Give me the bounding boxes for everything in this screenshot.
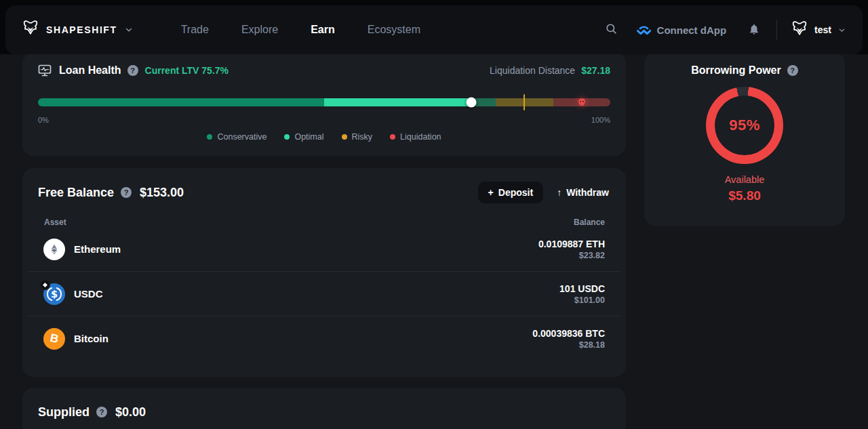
current-ltv-value: Current LTV 75.7% <box>145 65 229 76</box>
scale-max-label: 100% <box>591 116 610 124</box>
plus-icon: + <box>488 187 494 198</box>
legend-label: Risky <box>352 132 373 142</box>
free-balance-title: Free Balance <box>38 186 114 200</box>
header-strip: SHAPESHIFT Trade Explore Earn Ecosystem <box>0 0 868 54</box>
ltv-legend: Conservative Optimal Risky Liquidation <box>38 132 610 142</box>
supplied-total: $0.00 <box>115 405 146 420</box>
asset-name: Bitcoin <box>74 333 108 344</box>
asset-usd-value: $28.18 <box>532 340 605 350</box>
navbar-right: Connect dApp test <box>601 18 846 41</box>
loan-health-help-icon[interactable]: ? <box>127 65 138 76</box>
supplied-title: Supplied <box>38 405 90 420</box>
asset-balance: 0.00039836 BTC $28.18 <box>532 328 605 350</box>
brand-menu[interactable]: SHAPESHIFT <box>22 20 134 40</box>
connect-dapp-button[interactable]: Connect dApp <box>637 24 727 36</box>
arrow-up-icon: ↑ <box>557 187 561 198</box>
bell-icon <box>748 23 760 37</box>
asset-name: USDC <box>74 288 103 300</box>
optimal-dot-icon <box>284 134 290 140</box>
navbar: SHAPESHIFT Trade Explore Earn Ecosystem <box>5 5 863 54</box>
search-icon <box>605 22 618 37</box>
asset-usd-value: $101.00 <box>559 295 605 305</box>
asset-amount: 0.0109887 ETH <box>538 239 605 249</box>
deposit-button[interactable]: + Deposit <box>478 182 544 203</box>
connect-dapp-label: Connect dApp <box>657 24 727 36</box>
liquidation-distance-value: $27.18 <box>581 65 610 76</box>
brand-chevron-down-icon <box>124 25 134 35</box>
ethereum-icon <box>43 239 65 260</box>
borrowing-power-title: Borrowing Power <box>691 64 781 77</box>
navbar-divider <box>776 20 777 40</box>
nav-link-earn[interactable]: Earn <box>294 17 351 43</box>
free-balance-actions: + Deposit ↑ Withdraw <box>478 182 610 203</box>
free-balance-total: $153.00 <box>140 186 184 200</box>
loan-health-card: Loan Health ? Current LTV 75.7% Liquidat… <box>22 53 626 156</box>
ethereum-network-badge-icon <box>40 280 50 290</box>
supplied-help-icon[interactable]: ? <box>96 407 107 417</box>
legend-label: Liquidation <box>400 132 441 142</box>
ltv-slider[interactable] <box>38 98 610 106</box>
asset-usd-value: $23.82 <box>538 251 605 260</box>
free-balance-card: Free Balance ? $153.00 + Deposit ↑ Withd… <box>22 168 626 377</box>
nav-link-ecosystem[interactable]: Ecosystem <box>351 17 437 43</box>
ltv-scale: 0% 100% <box>38 116 610 124</box>
search-button[interactable] <box>601 18 622 41</box>
supplied-header: Supplied ? $0.00 <box>38 401 610 423</box>
usdc-icon: $ <box>43 283 65 305</box>
borrowing-power-card: Borrowing Power ? 95% Available $5.80 <box>644 53 845 226</box>
ltv-slider-thumb[interactable] <box>466 98 476 108</box>
nav-link-explore[interactable]: Explore <box>225 17 294 43</box>
loan-health-title: Loan Health <box>59 64 121 77</box>
conservative-dot-icon <box>207 134 212 140</box>
withdraw-button[interactable]: ↑ Withdraw <box>555 182 610 203</box>
asset-name: Ethereum <box>74 243 121 255</box>
asset-row-ethereum[interactable]: Ethereum 0.0109887 ETH $23.82 <box>22 227 626 271</box>
borrowing-power-help-icon[interactable]: ? <box>787 65 798 76</box>
legend-label: Conservative <box>217 132 267 142</box>
free-balance-help-icon[interactable]: ? <box>121 187 132 198</box>
notifications-button[interactable] <box>744 19 764 41</box>
available-label: Available <box>644 174 845 185</box>
legend-item-conservative: Conservative <box>207 132 267 142</box>
loan-health-header: Loan Health ? Current LTV 75.7% Liquidat… <box>38 62 610 79</box>
legend-item-optimal: Optimal <box>284 132 323 142</box>
liquidation-distance-label: Liquidation Distance <box>490 65 575 76</box>
wallet-chevron-down-icon <box>837 26 846 35</box>
asset-table-header: Asset Balance <box>22 218 626 227</box>
wallet-name: test <box>814 24 831 35</box>
supplied-card: Supplied ? $0.00 <box>22 388 626 429</box>
borrowing-power-header: Borrowing Power ? <box>644 64 845 77</box>
deposit-button-label: Deposit <box>498 187 533 198</box>
borrowing-power-donut: 95% <box>706 87 783 164</box>
legend-item-liquidation: Liquidation <box>390 132 441 142</box>
borrowing-power-percent: 95% <box>729 117 760 134</box>
balance-column-header: Balance <box>574 218 605 227</box>
legend-item-risky: Risky <box>342 132 373 142</box>
risky-dot-icon <box>342 134 347 140</box>
asset-column-header: Asset <box>44 218 66 227</box>
asset-balance: 0.0109887 ETH $23.82 <box>538 239 605 260</box>
app: SHAPESHIFT Trade Explore Earn Ecosystem <box>0 0 868 429</box>
liquidation-dot-icon <box>390 134 395 140</box>
liquidation-skull-icon <box>577 98 586 107</box>
wallet-menu-button[interactable]: test <box>791 20 846 40</box>
brand-wordmark: SHAPESHIFT <box>46 24 117 35</box>
withdraw-button-label: Withdraw <box>566 187 609 198</box>
nav-link-trade[interactable]: Trade <box>165 17 225 43</box>
shapeshift-fox-icon <box>22 20 39 40</box>
free-balance-header: Free Balance ? $153.00 + Deposit ↑ Withd… <box>22 182 626 203</box>
asset-amount: 0.00039836 BTC <box>532 328 605 339</box>
svg-text:$: $ <box>51 289 58 300</box>
donut-hole: 95% <box>715 96 774 155</box>
main-nav: Trade Explore Earn Ecosystem <box>165 17 437 43</box>
legend-label: Optimal <box>294 132 323 142</box>
bitcoin-icon: B <box>43 328 65 350</box>
risky-threshold-tick <box>524 94 525 110</box>
asset-row-usdc[interactable]: $ USDC 101 USDC $101.00 <box>22 272 626 316</box>
health-monitor-icon <box>38 64 52 77</box>
asset-balance: 101 USDC $101.00 <box>559 283 605 305</box>
scale-min-label: 0% <box>38 116 49 124</box>
available-value: $5.80 <box>644 188 845 203</box>
asset-amount: 101 USDC <box>559 283 605 294</box>
asset-row-bitcoin[interactable]: B Bitcoin 0.00039836 BTC $28.18 <box>22 316 626 361</box>
